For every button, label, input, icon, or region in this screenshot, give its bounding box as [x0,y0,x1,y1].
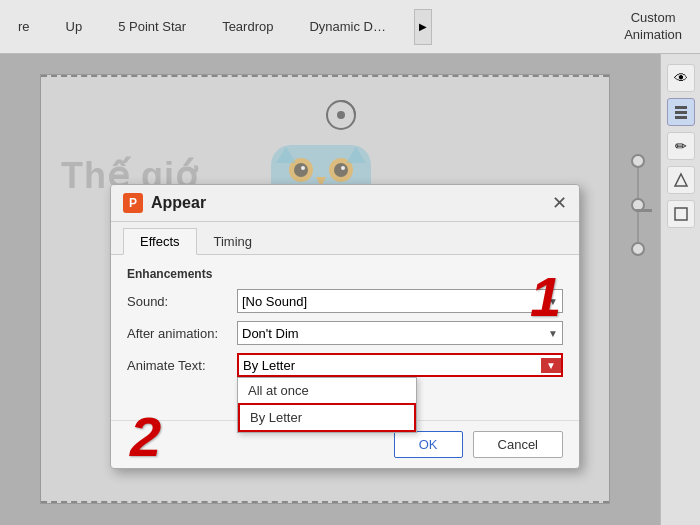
sidebar-icon-eye[interactable]: 👁 [667,64,695,92]
toolbar-custom-animation[interactable]: Custom Animation [616,6,690,48]
after-animation-select[interactable]: Don't Dim ▼ [237,321,563,345]
cancel-button[interactable]: Cancel [473,431,563,458]
after-animation-row: After animation: Don't Dim ▼ [127,321,563,345]
dropdown-item-by-letter[interactable]: By Letter [238,403,416,432]
main-area: Thế giớ [0,54,700,525]
anim-dot-3 [631,242,645,256]
after-animation-control: Don't Dim ▼ [237,321,563,345]
animation-dots [631,154,645,256]
toolbar-item-re[interactable]: re [10,15,38,38]
dropdown-item-all-at-once[interactable]: All at once [238,378,416,403]
svg-rect-14 [675,116,687,119]
sidebar-icon-pencil[interactable]: ✏ [667,132,695,160]
svg-point-6 [334,163,348,177]
animate-text-control: By Letter ▼ All at once By Letter [237,353,563,377]
svg-point-7 [301,166,305,170]
gyro-icon [321,95,361,135]
toolbar-item-teardrop[interactable]: Teardrop [214,15,281,38]
svg-point-5 [294,163,308,177]
sidebar-icon-shape[interactable] [667,166,695,194]
section-enhancements-label: Enhancements [127,267,563,281]
sound-select[interactable]: [No Sound] ▼ [237,289,563,313]
dialog-title-bar: P Appear ✕ [111,185,579,222]
svg-point-8 [341,166,345,170]
dialog-close-button[interactable]: ✕ [552,194,567,212]
after-animation-arrow: ▼ [548,328,558,339]
animate-text-label: Animate Text: [127,358,237,373]
svg-rect-13 [675,111,687,114]
tab-timing[interactable]: Timing [197,228,270,255]
dialog-title: P Appear [123,193,206,213]
sound-arrow: ▼ [548,296,558,307]
sidebar-icon-layers[interactable] [667,98,695,126]
animate-text-select[interactable]: By Letter ▼ [237,353,563,377]
animate-text-value: By Letter [243,358,295,373]
after-animation-value: Don't Dim [242,326,299,341]
right-sidebar: 👁 ✏ [660,54,700,525]
toolbar: re Up 5 Point Star Teardrop Dynamic D… ▶… [0,0,700,54]
sound-label: Sound: [127,294,237,309]
animate-text-arrow[interactable]: ▼ [541,358,561,373]
animate-text-row: Animate Text: By Letter ▼ All at once By… [127,353,563,377]
toolbar-scroll-button[interactable]: ▶ [414,9,432,45]
toolbar-item-dynamic[interactable]: Dynamic D… [301,15,394,38]
ok-button[interactable]: OK [394,431,463,458]
svg-point-1 [337,111,345,119]
toolbar-item-5star[interactable]: 5 Point Star [110,15,194,38]
sound-row: Sound: [No Sound] ▼ [127,289,563,313]
svg-marker-15 [675,174,687,186]
anim-minus [636,209,652,212]
appear-dialog: P Appear ✕ Effects Timing Enhancements S… [110,184,580,469]
sound-control: [No Sound] ▼ [237,289,563,313]
animate-text-dropdown: All at once By Letter [237,377,417,433]
dialog-app-icon: P [123,193,143,213]
svg-rect-12 [675,106,687,109]
svg-rect-16 [675,208,687,220]
dialog-tabs: Effects Timing [111,222,579,255]
after-animation-label: After animation: [127,326,237,341]
tab-effects[interactable]: Effects [123,228,197,255]
toolbar-item-up[interactable]: Up [58,15,91,38]
anim-dot-1 [631,154,645,168]
sound-value: [No Sound] [242,294,307,309]
dialog-title-text: Appear [151,194,206,212]
dialog-body: Enhancements Sound: [No Sound] ▼ After a… [111,255,579,420]
sidebar-icon-square[interactable] [667,200,695,228]
